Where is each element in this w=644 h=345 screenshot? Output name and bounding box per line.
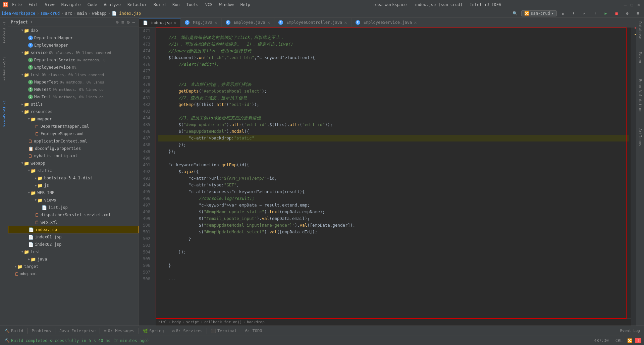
tree-item-mapper-test[interactable]: C MapperTest 0% methods, 0% lines — [8, 78, 139, 86]
tree-item-service[interactable]: ▶ 📁 service 0% classes, 0% lines covered — [8, 49, 139, 56]
error-indicator[interactable]: ! — [635, 338, 641, 343]
tree-item-bootstrap[interactable]: ▶ 📁 bootstrap-3.4.1-dist — [8, 174, 139, 182]
tab-java-enterprise[interactable]: Java Enterprise — [56, 327, 99, 335]
tree-item-resources[interactable]: ▶ 📁 resources — [8, 108, 139, 115]
tree-item-views[interactable]: ▶ 📁 views — [8, 196, 139, 204]
stop-btn[interactable]: ■ — [612, 9, 621, 18]
tree-item-dispatcher-xml[interactable]: 🗒 dispatcherServlet-servlet.xml — [8, 211, 139, 219]
menu-tools[interactable]: Tools — [185, 2, 200, 8]
tree-item-target[interactable]: ▶ 📁 target — [8, 263, 139, 270]
crumb-main[interactable]: main — [77, 11, 87, 16]
menu-vcs[interactable]: VCS — [204, 2, 214, 8]
crumb-workspace[interactable]: idea-workspace — [1, 11, 35, 16]
sidebar-right-database[interactable]: Database — [637, 19, 644, 42]
tree-item-employee-service[interactable]: C EmployeeService 0% — [8, 64, 139, 71]
tab-close-employee[interactable]: ✕ — [267, 20, 270, 25]
collapse-btn[interactable]: ≡ — [121, 19, 125, 25]
branch-selector[interactable]: 🔀 ssm-crud ▾ — [521, 10, 557, 16]
minimize-button[interactable]: — — [623, 2, 628, 7]
tree-item-webinf[interactable]: ▶ 📁 WEB-INF — [8, 189, 139, 196]
window-controls[interactable]: — ❐ ✕ — [623, 2, 641, 7]
tree-item-web-xml[interactable]: 🗒 web.xml — [8, 219, 139, 226]
menu-run[interactable]: Run — [171, 2, 181, 8]
settings-btn[interactable]: ⚙ — [623, 9, 632, 18]
tab-employee-service[interactable]: C EmployeeService.java ✕ — [352, 18, 421, 27]
push-btn[interactable]: ⬆ — [590, 9, 600, 18]
tab-employee-controller[interactable]: C EmployeeController.java ✕ — [274, 18, 352, 27]
tab-services[interactable]: ⚙ 8: Services — [169, 327, 206, 335]
tree-item-dbconfig[interactable]: 📋 dbconfig.properties — [8, 145, 139, 152]
tree-item-mapper-folder[interactable]: ▶ 📁 mapper — [8, 115, 139, 123]
layout-btn[interactable]: ⊞ — [633, 9, 643, 18]
menu-analyze[interactable]: Analyze — [102, 2, 122, 8]
tab-close-msg[interactable]: ✕ — [214, 20, 217, 25]
tree-item-mbg-test[interactable]: C MBGTest 0% methods, 0% lines co — [8, 86, 139, 93]
tree-item-utils[interactable]: ▶ 📁 utils — [8, 101, 139, 108]
tree-item-mvc-test[interactable]: C MvcTest 0% methods, 0% lines co — [8, 93, 139, 101]
gear-icon[interactable]: ⚙ — [126, 19, 130, 25]
crumb-webapp[interactable]: webapp — [92, 11, 106, 16]
tree-item-webapp[interactable]: ▶ 📁 webapp — [8, 160, 139, 167]
tab-problems[interactable]: Problems — [28, 327, 54, 335]
commit-btn[interactable]: ✓ — [580, 9, 589, 18]
close-panel-btn[interactable]: — — [132, 19, 136, 25]
menu-refactor[interactable]: Refactor — [126, 2, 148, 8]
tree-item-js[interactable]: ▶ 📁 js — [8, 182, 139, 189]
run-btn[interactable]: ▶ — [601, 9, 610, 18]
tab-todo[interactable]: 6: TODO — [242, 327, 266, 335]
tree-item-dao[interactable]: ▶ 📁 dao — [8, 27, 139, 34]
tree-item-index01-jsp[interactable]: 📄 index01.jsp — [8, 233, 139, 241]
tab-index-jsp[interactable]: 📄 index.jsp ✕ — [139, 18, 181, 27]
menu-edit[interactable]: Edit — [27, 2, 40, 8]
sidebar-item-project[interactable]: 1: Project — [0, 19, 7, 46]
tab-build[interactable]: 🔨 Build — [1, 327, 26, 335]
menu-window[interactable]: Window — [218, 2, 235, 8]
search-everywhere-btn[interactable]: 🔍 — [511, 9, 520, 18]
tree-item-mbg-xml[interactable]: 🗒 mbg.xml — [8, 270, 139, 278]
tree-item-app-context[interactable]: 🗒 applicationContext.xml — [8, 137, 139, 145]
crumb-file[interactable]: 📄 index.jsp — [112, 11, 141, 16]
menu-navigate[interactable]: Navigate — [60, 2, 82, 8]
position-indicator[interactable]: 487:30 — [592, 338, 610, 344]
tree-item-java-folder[interactable]: ▶ 📁 java — [8, 255, 139, 263]
tab-close-index-jsp[interactable]: ✕ — [174, 20, 176, 25]
scrollbar-area[interactable] — [631, 27, 636, 326]
tab-employee-java[interactable]: C Employee.java ✕ — [222, 18, 274, 27]
menu-help[interactable]: Help — [239, 2, 252, 8]
sync-btn[interactable]: ⊕ — [115, 19, 119, 25]
tree-item-test[interactable]: ▶ 📁 test 0% classes, 0% lines covered — [8, 71, 139, 78]
menu-view[interactable]: View — [44, 2, 56, 8]
tab-close-service[interactable]: ✕ — [414, 20, 417, 25]
update-btn[interactable]: ⬇ — [569, 9, 578, 18]
tab-msg-java[interactable]: C Msg.java ✕ — [181, 18, 221, 27]
tree-item-list-jsp[interactable]: 📄 list.jsp — [8, 204, 139, 211]
build-status-btn[interactable]: 🔨 Build completed successfully in 5 s 40… — [3, 338, 151, 344]
sidebar-right-articons[interactable]: ArtIcons — [637, 126, 644, 149]
tree-item-index-jsp[interactable]: 📄 index.jsp — [8, 226, 139, 233]
sidebar-item-structure[interactable]: Z-Structure — [0, 54, 7, 83]
crumb-project[interactable]: ssm-crud — [40, 11, 60, 16]
tree-item-department-service[interactable]: C DepartmentService 0% methods, 0 — [8, 56, 139, 64]
sidebar-right-maven[interactable]: Maven — [637, 49, 644, 66]
sidebar-right-bean-validation[interactable]: Bean Validation — [637, 76, 644, 115]
sidebar-item-favorites[interactable]: 2: Favorites — [0, 98, 7, 129]
refresh-btn[interactable]: ↻ — [558, 9, 568, 18]
tab-spring[interactable]: 🌿 Spring — [140, 327, 167, 335]
tree-item-employee-mapper[interactable]: C EmployeeMapper — [8, 42, 139, 49]
encoding-indicator[interactable]: CRL — [613, 338, 625, 344]
close-button[interactable]: ✕ — [636, 2, 641, 7]
tree-item-dept-mapper-xml[interactable]: 🗒 DepartmentMapper.xml — [8, 123, 139, 130]
menu-file[interactable]: File — [11, 2, 23, 8]
event-log-btn[interactable]: Event Log — [620, 329, 640, 333]
menu-build[interactable]: Build — [152, 2, 167, 8]
tab-terminal[interactable]: ⬛ Terminal — [208, 327, 240, 335]
menu-bar[interactable]: File Edit View Navigate Code Analyze Ref… — [11, 2, 252, 8]
menu-code[interactable]: Code — [86, 2, 99, 8]
tree-item-emp-mapper-xml[interactable]: 🗒 EmployeeMapper.xml — [8, 130, 139, 137]
tree-item-index02-jsp[interactable]: 📄 index02.jsp — [8, 241, 139, 248]
tree-item-mybatis[interactable]: 🗒 mybatis-config.xml — [8, 152, 139, 160]
tree-item-static[interactable]: ▶ 📁 static — [8, 167, 139, 174]
tree-item-test2[interactable]: ▶ 📁 test — [8, 248, 139, 255]
tab-close-controller[interactable]: ✕ — [344, 20, 347, 25]
code-content[interactable]: //1、我们是按钮创建之前就绑定了click，所以绑定不上， //1）、可以在创… — [156, 27, 631, 318]
